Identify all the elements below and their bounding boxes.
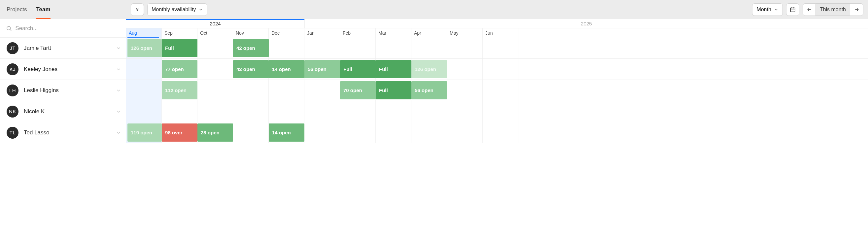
person-row[interactable]: NK Nicole K xyxy=(0,101,126,122)
next-period-button[interactable] xyxy=(850,3,863,16)
svg-rect-0 xyxy=(790,8,795,11)
timeline-row: 119 open 98 over 28 open 14 open xyxy=(126,122,868,143)
chevron-down-icon[interactable] xyxy=(116,67,121,72)
year-label-2025: 2025 xyxy=(304,19,868,28)
this-month-label: This month xyxy=(820,7,846,12)
availability-block[interactable]: 28 open xyxy=(197,123,233,142)
person-name: Leslie Higgins xyxy=(24,87,111,94)
this-month-button[interactable]: This month xyxy=(816,3,850,16)
month-cell-mar[interactable]: Mar xyxy=(376,28,411,38)
chevron-down-icon xyxy=(774,7,778,12)
availability-block[interactable]: 126 open xyxy=(411,60,447,78)
availability-block[interactable]: Full xyxy=(376,60,411,78)
date-nav-group: This month xyxy=(803,3,863,16)
current-year-indicator xyxy=(126,19,304,20)
month-cell-feb[interactable]: Feb xyxy=(340,28,376,38)
double-chevron-down-icon xyxy=(135,8,139,11)
availability-block[interactable]: 56 open xyxy=(411,81,447,99)
availability-block[interactable]: 70 open xyxy=(340,81,376,99)
month-cell-jun[interactable]: Jun xyxy=(483,28,518,38)
month-cell-sep[interactable]: Sep xyxy=(162,28,197,38)
timeline-row: 112 open 70 open Full 56 open xyxy=(126,80,868,101)
person-name: Ted Lasso xyxy=(24,129,111,136)
avatar: KJ xyxy=(7,63,19,75)
year-label-2024: 2024 xyxy=(126,19,304,28)
sidebar-tabs: Projects Team xyxy=(0,0,126,19)
avatar: NK xyxy=(7,106,19,118)
prev-period-button[interactable] xyxy=(803,3,816,16)
tab-projects[interactable]: Projects xyxy=(7,0,27,19)
month-cell-oct[interactable]: Oct xyxy=(197,28,233,38)
availability-block[interactable]: 42 open xyxy=(233,39,269,57)
year-header: 2024 2025 xyxy=(126,19,868,28)
svg-point-6 xyxy=(7,26,10,30)
person-name: Jamie Tartt xyxy=(24,45,111,52)
availability-block[interactable]: 119 open xyxy=(127,123,162,142)
search-input[interactable] xyxy=(15,25,120,32)
month-cell-may[interactable]: May xyxy=(447,28,483,38)
people-column: JT Jamie Tartt KJ Keeley Jones LH Leslie… xyxy=(0,19,126,143)
timeline-grid: 2024 2025 Aug Sep Oct Nov Dec Jan Feb Ma… xyxy=(126,19,868,143)
timeline-row: 77 open 42 open 14 open 56 open Full Ful… xyxy=(126,59,868,80)
month-cell-jan[interactable]: Jan xyxy=(304,28,340,38)
availability-dropdown-label: Monthly availability xyxy=(152,7,196,12)
view-dropdown-label: Month xyxy=(756,7,771,12)
calendar-icon xyxy=(790,7,796,12)
availability-block[interactable]: 77 open xyxy=(162,60,197,78)
avatar: LH xyxy=(7,85,19,96)
chevron-down-icon xyxy=(198,7,203,12)
avatar: JT xyxy=(7,42,19,54)
arrow-left-icon xyxy=(807,7,812,12)
person-row[interactable]: JT Jamie Tartt xyxy=(0,38,126,59)
person-row[interactable]: LH Leslie Higgins xyxy=(0,80,126,101)
month-cell-aug[interactable]: Aug xyxy=(126,28,162,38)
availability-block[interactable]: 42 open xyxy=(233,60,269,78)
view-dropdown[interactable]: Month xyxy=(752,3,782,16)
month-cell-dec[interactable]: Dec xyxy=(269,28,304,38)
svg-line-7 xyxy=(10,29,11,30)
availability-dropdown[interactable]: Monthly availability xyxy=(147,3,207,16)
timeline-row xyxy=(126,101,868,122)
chevron-down-icon[interactable] xyxy=(116,130,121,135)
person-row[interactable]: KJ Keeley Jones xyxy=(0,59,126,80)
arrow-right-icon xyxy=(854,7,860,12)
tab-team[interactable]: Team xyxy=(36,0,50,19)
avatar: TL xyxy=(7,127,19,139)
search-icon xyxy=(6,25,12,32)
chevron-down-icon[interactable] xyxy=(116,109,121,114)
toolbar: Monthly availability Month This month xyxy=(126,3,868,16)
person-name: Nicole K xyxy=(24,108,111,115)
availability-block[interactable]: 112 open xyxy=(162,81,197,99)
availability-block[interactable]: Full xyxy=(162,39,197,57)
availability-block[interactable]: Full xyxy=(376,81,411,99)
person-row[interactable]: TL Ted Lasso xyxy=(0,122,126,143)
month-cell-apr[interactable]: Apr xyxy=(411,28,447,38)
month-cell-nov[interactable]: Nov xyxy=(233,28,269,38)
chevron-down-icon[interactable] xyxy=(116,46,121,51)
availability-block[interactable]: 14 open xyxy=(269,123,304,142)
person-name: Keeley Jones xyxy=(24,66,111,72)
availability-block[interactable]: 56 open xyxy=(304,60,340,78)
availability-block[interactable]: 98 over xyxy=(162,123,197,142)
chevron-down-icon[interactable] xyxy=(116,88,121,93)
availability-block[interactable]: 126 open xyxy=(127,39,162,57)
month-header: Aug Sep Oct Nov Dec Jan Feb Mar Apr May … xyxy=(126,28,868,38)
collapse-all-button[interactable] xyxy=(131,3,144,16)
search-row xyxy=(0,19,126,38)
calendar-picker-button[interactable] xyxy=(786,3,799,16)
availability-block[interactable]: 14 open xyxy=(269,60,304,78)
timeline-row: 126 open Full 42 open xyxy=(126,38,868,59)
availability-block[interactable]: Full xyxy=(340,60,376,78)
topbar: Projects Team Monthly availability Month xyxy=(0,0,868,19)
